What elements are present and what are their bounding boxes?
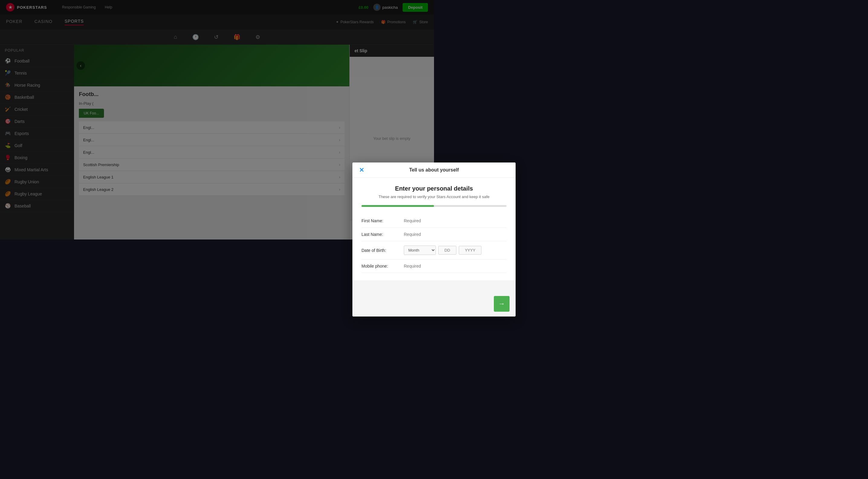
first-name-field: First Name: (362, 214, 434, 228)
modal-description: These are required to verify your Stars … (362, 195, 434, 199)
first-name-input[interactable] (404, 218, 434, 223)
personal-details-modal: ✕ Tell us about yourself Enter your pers… (352, 163, 434, 240)
modal-overlay: ✕ Tell us about yourself Enter your pers… (0, 0, 434, 240)
last-name-label: Last Name: (362, 232, 404, 237)
modal-title: Tell us about yourself (409, 167, 434, 173)
modal-header: ✕ Tell us about yourself (352, 163, 434, 178)
modal-close-button[interactable]: ✕ (357, 166, 366, 174)
last-name-field: Last Name: (362, 228, 434, 240)
modal-subtitle: Enter your personal details (362, 185, 434, 192)
last-name-input[interactable] (404, 232, 434, 237)
progress-bar-fill (362, 205, 434, 207)
progress-bar-container (362, 205, 434, 207)
modal-body: Enter your personal details These are re… (352, 178, 434, 240)
first-name-label: First Name: (362, 218, 404, 223)
close-icon: ✕ (359, 166, 364, 174)
